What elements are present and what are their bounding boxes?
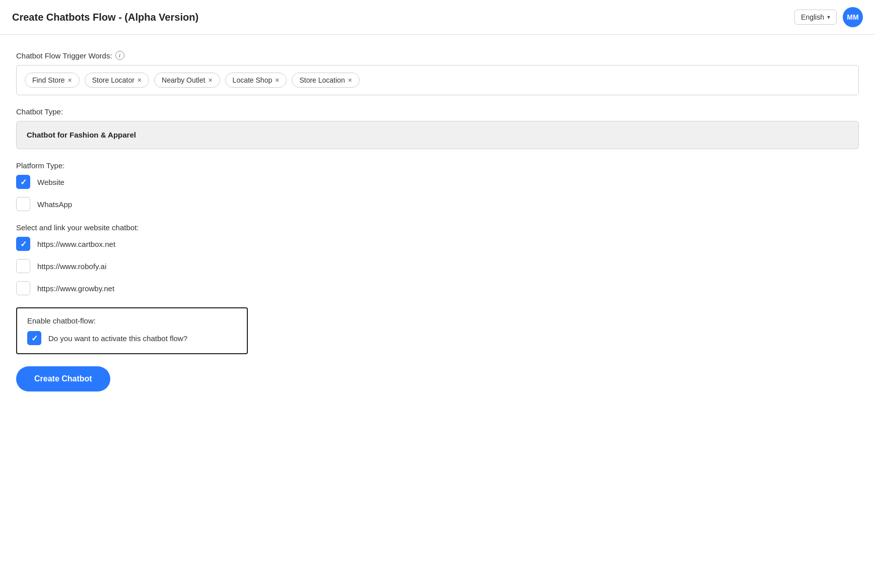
site-robofy-label: https://www.robofy.ai [37, 262, 106, 271]
chatbot-type-value: Chatbot for Fashion & Apparel [27, 130, 136, 139]
header-right: English ▾ MM [794, 7, 863, 27]
website-chatbot-checkbox-group: https://www.cartbox.net https://www.robo… [16, 237, 859, 295]
trigger-words-box: Find Store × Store Locator × Nearby Outl… [16, 65, 859, 95]
language-label: English [801, 13, 824, 21]
tag-store-locator-close[interactable]: × [138, 77, 142, 84]
tag-store-location: Store Location × [292, 73, 359, 88]
tag-locate-shop: Locate Shop × [225, 73, 287, 88]
tag-store-locator: Store Locator × [85, 73, 149, 88]
enable-flow-box: Enable chatbot-flow: Do you want to acti… [16, 307, 248, 354]
enable-flow-checkbox-label: Do you want to activate this chatbot flo… [48, 334, 187, 343]
chevron-down-icon: ▾ [827, 14, 830, 21]
tag-store-location-label: Store Location [299, 76, 345, 84]
platform-type-label: Platform Type: [16, 161, 859, 170]
chatbot-type-box: Chatbot for Fashion & Apparel [16, 121, 859, 149]
tag-nearby-outlet-close[interactable]: × [208, 77, 212, 84]
avatar[interactable]: MM [843, 7, 863, 27]
enable-flow-checkbox[interactable] [27, 331, 41, 345]
site-growby-item[interactable]: https://www.growby.net [16, 281, 859, 295]
chatbot-type-section: Chatbot Type: Chatbot for Fashion & Appa… [16, 107, 859, 149]
chatbot-type-label: Chatbot Type: [16, 107, 859, 116]
create-chatbot-button[interactable]: Create Chatbot [16, 366, 110, 391]
enable-flow-label: Enable chatbot-flow: [27, 316, 237, 325]
tag-find-store-close[interactable]: × [68, 77, 72, 84]
platform-type-section: Platform Type: Website WhatsApp [16, 161, 859, 211]
site-cartbox-label: https://www.cartbox.net [37, 240, 115, 248]
tag-store-location-close[interactable]: × [348, 77, 352, 84]
platform-website-label: Website [37, 178, 64, 186]
trigger-words-section: Chatbot Flow Trigger Words: i Find Store… [16, 51, 859, 95]
page-container: Create Chatbots Flow - (Alpha Version) E… [0, 0, 875, 588]
site-growby-label: https://www.growby.net [37, 284, 114, 293]
language-selector[interactable]: English ▾ [794, 10, 837, 25]
platform-website-checkbox[interactable] [16, 175, 30, 189]
platform-whatsapp-item[interactable]: WhatsApp [16, 197, 859, 211]
tag-locate-shop-close[interactable]: × [275, 77, 279, 84]
tag-nearby-outlet: Nearby Outlet × [154, 73, 220, 88]
tag-store-locator-label: Store Locator [92, 76, 134, 84]
site-cartbox-item[interactable]: https://www.cartbox.net [16, 237, 859, 251]
create-chatbot-button-wrapper: Create Chatbot [16, 366, 859, 391]
platform-whatsapp-label: WhatsApp [37, 200, 72, 209]
platform-type-checkbox-group: Website WhatsApp [16, 175, 859, 211]
site-robofy-checkbox[interactable] [16, 259, 30, 273]
tag-find-store: Find Store × [25, 73, 80, 88]
site-cartbox-checkbox[interactable] [16, 237, 30, 251]
site-growby-checkbox[interactable] [16, 281, 30, 295]
trigger-words-label: Chatbot Flow Trigger Words: i [16, 51, 859, 60]
website-chatbot-section: Select and link your website chatbot: ht… [16, 223, 859, 295]
header: Create Chatbots Flow - (Alpha Version) E… [0, 0, 875, 35]
site-robofy-item[interactable]: https://www.robofy.ai [16, 259, 859, 273]
info-icon[interactable]: i [115, 51, 124, 60]
website-chatbot-label: Select and link your website chatbot: [16, 223, 859, 232]
page-title: Create Chatbots Flow - (Alpha Version) [12, 12, 198, 23]
tag-nearby-outlet-label: Nearby Outlet [162, 76, 205, 84]
main-content: Chatbot Flow Trigger Words: i Find Store… [0, 35, 875, 408]
platform-whatsapp-checkbox[interactable] [16, 197, 30, 211]
platform-website-item[interactable]: Website [16, 175, 859, 189]
enable-flow-checkbox-item[interactable]: Do you want to activate this chatbot flo… [27, 331, 237, 345]
tag-find-store-label: Find Store [32, 76, 65, 84]
enable-flow-section: Enable chatbot-flow: Do you want to acti… [16, 307, 859, 354]
tag-locate-shop-label: Locate Shop [233, 76, 273, 84]
